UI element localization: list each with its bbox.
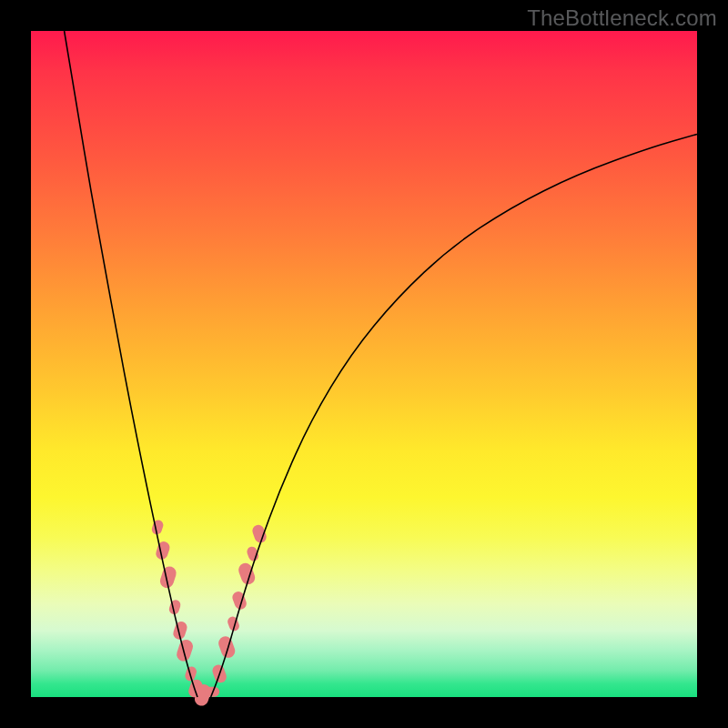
watermark-text: TheBottleneck.com	[527, 5, 717, 31]
chart-svg	[31, 31, 697, 697]
marker-blob	[217, 634, 237, 660]
marker-blob	[150, 519, 164, 536]
curve-right-branch	[211, 134, 697, 697]
marker-blob	[175, 638, 195, 662]
marker-blobs-group	[150, 519, 268, 708]
marker-blob	[155, 540, 172, 561]
chart-frame: TheBottleneck.com	[0, 0, 728, 728]
plot-area	[31, 31, 697, 697]
marker-blob	[246, 545, 260, 562]
marker-blob	[251, 523, 268, 544]
curve-left-branch	[65, 31, 197, 697]
